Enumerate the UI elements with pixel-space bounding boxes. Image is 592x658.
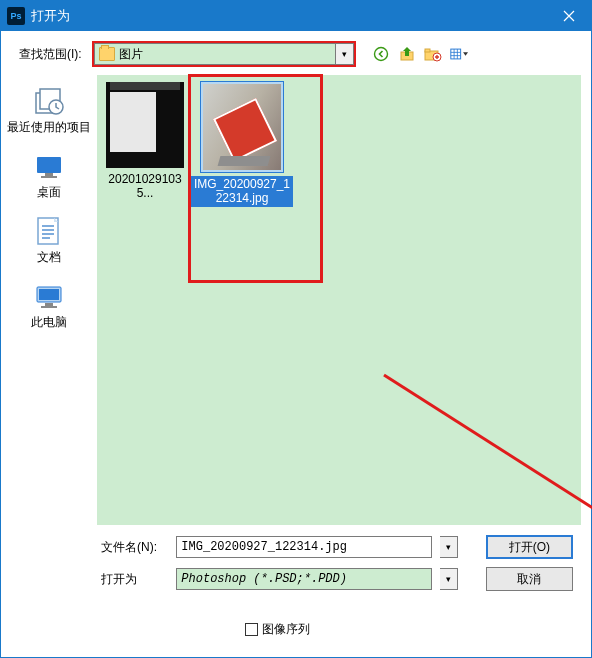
chevron-down-icon: ▾	[342, 49, 347, 59]
toolbar-icons	[372, 45, 468, 63]
close-button[interactable]	[547, 1, 591, 31]
main-area: 最近使用的项目 桌面 文档 此电脑	[1, 75, 591, 525]
svg-point-0	[374, 48, 387, 61]
open-as-dialog: Ps 打开为 查找范围(I): 图片 ▾	[0, 0, 592, 658]
image-sequence-label: 图像序列	[262, 621, 310, 638]
thumbnail	[106, 82, 184, 168]
recent-icon	[31, 87, 67, 117]
form-area: 文件名(N): IMG_20200927_122314.jpg ▾ 打开(O) …	[1, 525, 591, 638]
folder-icon	[99, 47, 115, 61]
svg-rect-22	[39, 289, 59, 300]
svg-rect-15	[41, 176, 57, 178]
places-sidebar: 最近使用的项目 桌面 文档 此电脑	[1, 75, 97, 525]
sidebar-item-label: 桌面	[37, 184, 61, 201]
sidebar-item-desktop[interactable]: 桌面	[5, 146, 93, 209]
file-name: 202010291035...	[103, 172, 187, 201]
open-button[interactable]: 打开(O)	[486, 535, 573, 559]
lookin-dropdown-wrap: 图片 ▾	[92, 41, 356, 67]
sidebar-item-label: 此电脑	[31, 314, 67, 331]
openas-dropdown-btn[interactable]: ▾	[440, 568, 458, 590]
filename-dropdown-btn[interactable]: ▾	[440, 536, 458, 558]
svg-rect-3	[425, 49, 430, 52]
filename-label: 文件名(N):	[101, 539, 168, 556]
openas-row: 打开为 Photoshop (*.PSD;*.PDD) ▾ 取消	[101, 567, 573, 591]
sidebar-item-thispc[interactable]: 此电脑	[5, 276, 93, 339]
up-folder-icon	[399, 46, 415, 62]
thispc-icon	[31, 282, 67, 312]
lookin-dropdown-btn[interactable]: ▾	[336, 43, 354, 65]
svg-rect-13	[37, 157, 61, 173]
sidebar-item-label: 最近使用的项目	[7, 119, 91, 136]
svg-rect-5	[450, 49, 460, 59]
close-icon	[563, 10, 575, 22]
file-item-selected[interactable]: IMG_20200927_122314.jpg	[191, 81, 293, 207]
up-button[interactable]	[398, 45, 416, 63]
chevron-down-icon: ▾	[446, 574, 451, 584]
view-menu-icon	[450, 46, 468, 62]
window-title: 打开为	[31, 7, 547, 25]
file-item[interactable]: 202010291035...	[103, 81, 187, 201]
svg-rect-23	[45, 303, 53, 306]
file-list-area[interactable]: 202010291035... IMG_20200927_122314.jpg	[97, 75, 581, 525]
image-sequence-row: 图像序列	[245, 621, 573, 638]
filename-row: 文件名(N): IMG_20200927_122314.jpg ▾ 打开(O)	[101, 535, 573, 559]
cancel-button[interactable]: 取消	[486, 567, 573, 591]
lookin-row: 查找范围(I): 图片 ▾	[1, 31, 591, 75]
documents-icon	[31, 217, 67, 247]
file-name: IMG_20200927_122314.jpg	[191, 176, 293, 207]
image-sequence-checkbox[interactable]	[245, 623, 258, 636]
openas-select[interactable]: Photoshop (*.PSD;*.PDD)	[176, 568, 432, 590]
new-folder-button[interactable]	[424, 45, 442, 63]
openas-label: 打开为	[101, 571, 168, 588]
lookin-dropdown[interactable]: 图片	[94, 43, 336, 65]
sidebar-item-recent[interactable]: 最近使用的项目	[5, 81, 93, 144]
desktop-icon	[31, 152, 67, 182]
chevron-down-icon: ▾	[446, 542, 451, 552]
sidebar-item-documents[interactable]: 文档	[5, 211, 93, 274]
lookin-value: 图片	[119, 46, 143, 63]
view-menu-button[interactable]	[450, 45, 468, 63]
svg-rect-24	[41, 306, 57, 308]
svg-line-25	[384, 375, 592, 533]
sidebar-item-label: 文档	[37, 249, 61, 266]
svg-rect-14	[45, 173, 53, 176]
thumbnail	[203, 84, 281, 170]
photoshop-icon: Ps	[7, 7, 25, 25]
back-button[interactable]	[372, 45, 390, 63]
filename-input[interactable]: IMG_20200927_122314.jpg	[176, 536, 432, 558]
new-folder-icon	[424, 46, 442, 62]
lookin-label: 查找范围(I):	[19, 46, 82, 63]
titlebar: Ps 打开为	[1, 1, 591, 31]
back-icon	[373, 46, 389, 62]
